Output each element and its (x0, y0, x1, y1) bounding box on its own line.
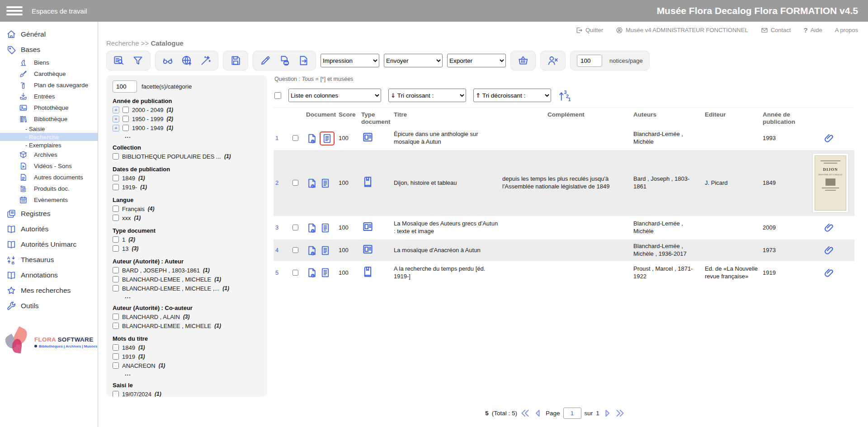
document-text-icon[interactable] (320, 178, 331, 189)
record-title[interactable]: La Mosaïque des Auteurs grecs d'Autun : … (394, 220, 498, 235)
facet-checkbox[interactable] (113, 184, 119, 190)
expand-facet-button[interactable]: + (113, 107, 119, 113)
sidebar-item-thesaurus[interactable]: ABThesaurus (0, 253, 98, 267)
sidebar-item-caroth-que[interactable]: Carothèque (0, 68, 98, 80)
breadcrumb-section[interactable]: Recherche (106, 39, 139, 47)
sort-ascending-select[interactable]: ⇓ Tri croissant : (388, 89, 466, 102)
page-input[interactable] (563, 408, 581, 419)
sidebar-item-outils[interactable]: Outils (0, 299, 98, 313)
result-row-number[interactable]: 1 (275, 135, 278, 141)
sidebar-item-saisie[interactable]: - Saisie (0, 125, 98, 133)
list-mode-select[interactable]: Liste en colonnes (288, 89, 381, 102)
about-link[interactable]: A propos (835, 27, 858, 33)
record-thumbnail[interactable]: DIJONHISTOIRE ET TABLEAU (812, 153, 849, 213)
record-title[interactable]: Dijon, histoire et tableau (394, 179, 457, 186)
facet-checkbox[interactable] (113, 206, 119, 212)
sidebar-item-ev-nements[interactable]: Evènements (0, 194, 98, 206)
workspaces-label[interactable]: Espaces de travail (32, 7, 87, 15)
facet-checkbox[interactable] (113, 314, 119, 320)
facet-checkbox[interactable] (113, 153, 119, 160)
row-checkbox[interactable] (292, 247, 298, 253)
basket-icon[interactable] (517, 55, 529, 66)
row-checkbox[interactable] (292, 270, 298, 276)
document-notice-icon[interactable] (306, 133, 317, 144)
sidebar-item-registres[interactable]: Registres (0, 206, 98, 221)
sidebar-item-g-n-ral[interactable]: Général (0, 27, 98, 42)
export-select[interactable]: Exporter (447, 54, 506, 67)
sidebar-item-biens[interactable]: Biens (0, 57, 98, 68)
previous-page-button[interactable] (533, 408, 542, 418)
sidebar-item-autorit-s[interactable]: Autorités (0, 222, 98, 236)
row-checkbox[interactable] (292, 225, 298, 230)
account-link[interactable]: Musée v4 ADMINISTRATEUR FONCTIONNEL (616, 27, 748, 34)
pencil-icon[interactable] (259, 55, 271, 66)
remove-user-icon[interactable] (547, 55, 559, 66)
facet-checkbox[interactable] (123, 116, 129, 122)
row-checkbox[interactable] (292, 180, 298, 186)
filter-icon[interactable] (132, 55, 144, 66)
result-row-number[interactable]: 4 (275, 247, 278, 253)
list-search-icon[interactable] (113, 55, 125, 66)
result-row-number[interactable]: 5 (275, 269, 278, 276)
expand-facet-button[interactable]: + (113, 125, 119, 131)
sidebar-item-annotations[interactable]: Annotations (0, 268, 98, 282)
sort-descending-select[interactable]: ⇑ Tri décroissant : (473, 89, 551, 102)
sidebar-item-produits-doc[interactable]: Produits doc. (0, 183, 98, 194)
facet-more[interactable]: ... (113, 370, 261, 377)
document-notice-icon[interactable] (306, 267, 317, 278)
attachment-paperclip-icon[interactable] (804, 245, 853, 256)
select-all-checkbox[interactable] (274, 92, 281, 99)
sidebar-item-autorit-s-unimarc[interactable]: Autorités Unimarc (0, 237, 98, 252)
sidebar-item-vid-os-sons[interactable]: Vidéos - Sons (0, 160, 98, 172)
result-row-number[interactable]: 2 (275, 179, 278, 186)
attachment-paperclip-icon[interactable] (804, 222, 853, 233)
help-link[interactable]: ? Aide (803, 26, 822, 34)
document-text-icon[interactable] (320, 222, 331, 234)
save-icon[interactable] (230, 55, 241, 66)
sidebar-item-recherche[interactable]: - Recherche (0, 133, 98, 141)
next-page-button[interactable] (603, 408, 612, 418)
facet-checkbox[interactable] (113, 245, 119, 252)
contact-link[interactable]: Contact (761, 27, 791, 34)
facets-per-category-input[interactable] (113, 80, 137, 93)
facet-checkbox[interactable] (123, 107, 129, 113)
export-doc-icon[interactable] (297, 55, 309, 66)
facet-checkbox[interactable] (113, 391, 119, 397)
facet-checkbox[interactable] (113, 267, 119, 273)
record-title[interactable]: La mosaïque d'Anacréon à Autun (394, 247, 481, 253)
quit-link[interactable]: Quitter (576, 27, 603, 34)
facet-checkbox[interactable] (113, 236, 119, 243)
last-page-button[interactable] (615, 408, 625, 418)
print-select[interactable]: Impression (321, 54, 379, 67)
attachment-paperclip-icon[interactable] (804, 133, 853, 144)
wand-icon[interactable] (200, 55, 212, 66)
facet-more[interactable]: ... (113, 132, 261, 139)
sort-321-icon[interactable]: 321 (558, 89, 571, 102)
document-text-icon[interactable] (320, 245, 331, 256)
facet-checkbox[interactable] (113, 353, 119, 360)
sidebar-item-archives[interactable]: Archives (0, 149, 98, 160)
attachment-paperclip-icon[interactable] (804, 267, 853, 278)
send-select[interactable]: Envoyer (384, 54, 443, 67)
facet-checkbox[interactable] (113, 215, 119, 221)
globe-up-icon[interactable] (181, 55, 193, 66)
glasses-icon[interactable] (162, 55, 174, 66)
result-row-number[interactable]: 3 (275, 224, 278, 231)
document-text-icon[interactable] (320, 267, 331, 278)
menu-icon[interactable] (6, 5, 23, 17)
document-notice-icon[interactable] (306, 222, 317, 234)
sidebar-item-autres-documents[interactable]: Autres documents (0, 172, 98, 183)
sidebar-item-biblioth-que[interactable]: Bibliothèque (0, 113, 98, 125)
print-doc-icon[interactable] (278, 55, 290, 66)
record-title[interactable]: Épicure dans une anthologie sur mosaïque… (394, 131, 478, 145)
sidebar-item-mes-recherches[interactable]: Mes recherches (0, 283, 98, 298)
sidebar-item-phototh-que[interactable]: Photothèque (0, 102, 98, 113)
document-notice-icon[interactable] (306, 245, 317, 256)
expand-facet-button[interactable]: + (113, 116, 119, 122)
record-title[interactable]: A la recherche du temps perdu [éd. 1919-… (394, 265, 485, 280)
facet-more[interactable]: ... (113, 293, 261, 300)
facet-checkbox[interactable] (113, 276, 119, 282)
sidebar-item-entr-es[interactable]: Entrées (0, 91, 98, 102)
facet-checkbox[interactable] (113, 175, 119, 181)
first-page-button[interactable] (520, 408, 530, 418)
